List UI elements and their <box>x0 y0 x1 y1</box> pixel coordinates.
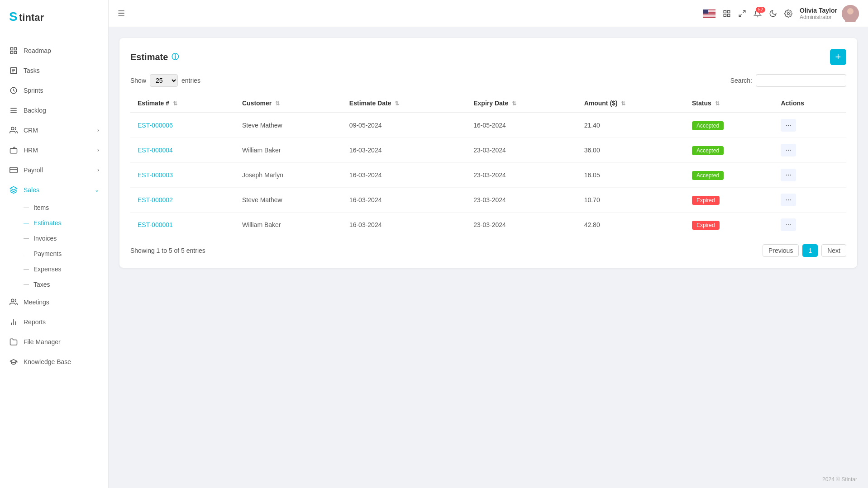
sidebar-item-sales[interactable]: Sales ⌄ <box>0 180 108 200</box>
row-actions-button[interactable]: ··· <box>781 218 796 231</box>
tasks-icon <box>9 66 18 75</box>
sidebar-sub-item-estimates-label: Estimates <box>33 219 61 227</box>
status-badge: Accepted <box>692 146 724 155</box>
row-actions-button[interactable]: ··· <box>781 119 796 132</box>
svg-text:S: S <box>9 9 18 24</box>
payroll-icon <box>9 166 18 175</box>
col-amount[interactable]: Amount ($) ⇅ <box>577 94 685 113</box>
col-estimate-date[interactable]: Estimate Date ⇅ <box>342 94 466 113</box>
grid-icon[interactable] <box>723 9 731 18</box>
row-actions-button[interactable]: ··· <box>781 144 796 156</box>
col-amount-label: Amount ($) <box>584 99 618 107</box>
sidebar-sub-item-items[interactable]: Items <box>0 200 108 215</box>
sidebar-item-reports[interactable]: Reports <box>0 312 108 332</box>
table-row: EST-000001 William Baker 16-03-2024 23-0… <box>130 213 846 237</box>
svg-rect-5 <box>14 52 17 54</box>
sidebar-item-meetings[interactable]: Meetings <box>0 292 108 312</box>
row-actions-button[interactable]: ··· <box>781 194 796 206</box>
col-actions: Actions <box>773 94 846 113</box>
sidebar-item-hrm-label: HRM <box>24 147 38 154</box>
sidebar-sub-item-payments-label: Payments <box>33 250 62 257</box>
user-profile[interactable]: Olivia Taylor Administrator <box>800 5 859 22</box>
status-badge: Expired <box>692 196 720 205</box>
sidebar-item-hrm[interactable]: HRM › <box>0 140 108 160</box>
svg-rect-31 <box>728 10 730 13</box>
sidebar-item-sprints[interactable]: Sprints <box>0 81 108 100</box>
svg-point-36 <box>787 12 790 14</box>
svg-point-14 <box>11 127 14 130</box>
col-status-label: Status <box>692 99 711 107</box>
col-expiry-date[interactable]: Expiry Date ⇅ <box>466 94 577 113</box>
app-header: ☰ <box>109 0 868 27</box>
table-row: EST-000004 William Baker 16-03-2024 23-0… <box>130 138 846 163</box>
svg-rect-29 <box>703 9 708 14</box>
previous-page-button[interactable]: Previous <box>763 244 799 257</box>
svg-line-34 <box>743 10 745 13</box>
status-badge: Accepted <box>692 121 724 130</box>
sidebar-item-crm[interactable]: CRM › <box>0 120 108 140</box>
sidebar-item-knowledge-base[interactable]: Knowledge Base <box>0 352 108 372</box>
sidebar-item-sprints-label: Sprints <box>24 87 43 94</box>
crm-chevron-icon: › <box>97 127 99 133</box>
col-status[interactable]: Status ⇅ <box>685 94 773 113</box>
col-customer[interactable]: Customer ⇅ <box>235 94 342 113</box>
row-actions-button[interactable]: ··· <box>781 169 796 181</box>
hrm-icon <box>9 146 18 155</box>
dark-mode-icon[interactable] <box>769 9 777 18</box>
sidebar-item-backlog[interactable]: Backlog <box>0 100 108 120</box>
cell-status: Expired <box>685 213 773 237</box>
sidebar-item-file-manager[interactable]: File Manager <box>0 332 108 352</box>
sort-customer-icon: ⇅ <box>275 100 280 107</box>
svg-rect-32 <box>724 14 726 16</box>
header-actions: 52 Olivia Taylor Administrator <box>703 5 859 22</box>
sidebar-item-payroll[interactable]: Payroll › <box>0 160 108 180</box>
cell-customer: Joseph Marlyn <box>235 163 342 188</box>
sidebar-sub-item-expenses[interactable]: Expenses <box>0 261 108 277</box>
sidebar-sub-item-payments[interactable]: Payments <box>0 246 108 261</box>
sidebar-item-knowledge-base-label: Knowledge Base <box>24 358 71 365</box>
sidebar-sub-item-invoices[interactable]: Invoices <box>0 231 108 246</box>
sidebar-sub-item-estimates[interactable]: Estimates <box>0 215 108 231</box>
svg-rect-15 <box>10 148 17 153</box>
cell-expiry-date: 23-03-2024 <box>466 138 577 163</box>
estimate-link[interactable]: EST-000004 <box>138 147 173 154</box>
info-icon[interactable]: ⓘ <box>172 52 179 62</box>
search-input[interactable] <box>756 74 846 87</box>
avatar <box>842 5 859 22</box>
notification-icon[interactable]: 52 <box>754 9 762 18</box>
fullscreen-icon[interactable] <box>738 9 746 18</box>
meetings-icon <box>9 298 18 307</box>
estimate-link[interactable]: EST-000006 <box>138 122 173 129</box>
user-info: Olivia Taylor Administrator <box>800 7 837 20</box>
cell-expiry-date: 16-05-2024 <box>466 113 577 138</box>
col-estimate-no[interactable]: Estimate # ⇅ <box>130 94 235 113</box>
estimate-link[interactable]: EST-000002 <box>138 196 173 204</box>
page-title: Estimate ⓘ <box>130 52 179 62</box>
sort-estimate-no-icon: ⇅ <box>173 100 177 107</box>
flag-us-icon <box>703 9 715 18</box>
table-controls: Show 10 25 50 100 entries Search: <box>130 74 846 87</box>
add-estimate-button[interactable]: + <box>830 49 846 65</box>
estimate-link[interactable]: EST-000003 <box>138 171 173 179</box>
entries-per-page-select[interactable]: 10 25 50 100 <box>150 74 178 87</box>
estimate-link[interactable]: EST-000001 <box>138 221 173 228</box>
cell-amount: 21.40 <box>577 113 685 138</box>
cell-customer: William Baker <box>235 213 342 237</box>
next-page-button[interactable]: Next <box>821 244 846 257</box>
sidebar-sub-item-taxes[interactable]: Taxes <box>0 277 108 292</box>
cell-estimate-date: 16-03-2024 <box>342 213 466 237</box>
svg-rect-4 <box>10 52 13 54</box>
sidebar-sub-item-invoices-label: Invoices <box>33 235 57 242</box>
cell-status: Accepted <box>685 163 773 188</box>
pagination-row: Showing 1 to 5 of 5 entries Previous 1 N… <box>130 244 846 257</box>
settings-icon[interactable] <box>784 9 792 18</box>
sidebar-item-tasks[interactable]: Tasks <box>0 61 108 81</box>
content-area: Estimate ⓘ + Show 10 25 50 100 entries <box>109 27 868 471</box>
sidebar-item-roadmap[interactable]: Roadmap <box>0 41 108 61</box>
svg-rect-26 <box>703 14 715 14</box>
cell-customer: Steve Mathew <box>235 188 342 213</box>
menu-toggle-icon[interactable]: ☰ <box>118 9 125 19</box>
current-page-button[interactable]: 1 <box>802 244 818 257</box>
cell-status: Expired <box>685 188 773 213</box>
language-selector[interactable] <box>703 9 715 18</box>
